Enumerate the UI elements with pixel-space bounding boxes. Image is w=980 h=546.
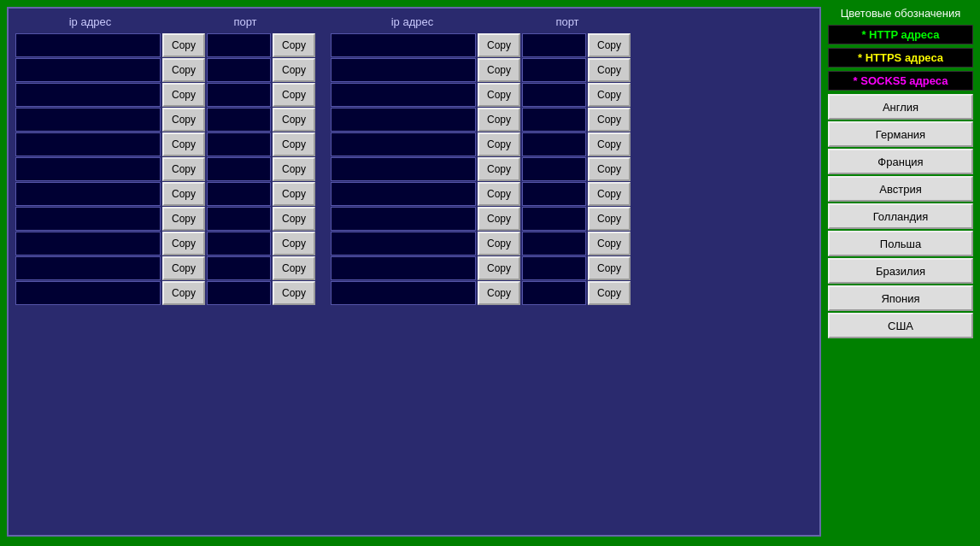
- ip-input-right-4[interactable]: [331, 132, 476, 156]
- copy-btn-port-right-7[interactable]: Copy: [588, 207, 631, 231]
- country-btn-8[interactable]: США: [828, 313, 973, 338]
- copy-btn-ip-right-2[interactable]: Copy: [478, 83, 520, 107]
- copy-btn-ip-right-6[interactable]: Copy: [478, 182, 520, 206]
- copy-btn-port-right-2[interactable]: Copy: [588, 83, 631, 107]
- copy-btn-port-left-2[interactable]: Copy: [273, 83, 315, 107]
- copy-btn-ip-right-1[interactable]: Copy: [478, 58, 520, 82]
- port-input-right-7[interactable]: [522, 207, 586, 231]
- ip-input-left-3[interactable]: [15, 108, 161, 132]
- copy-btn-ip-right-8[interactable]: Copy: [478, 232, 520, 255]
- copy-btn-port-left-3[interactable]: Copy: [273, 108, 315, 132]
- country-btn-0[interactable]: Англия: [828, 94, 973, 120]
- copy-btn-port-right-6[interactable]: Copy: [588, 182, 631, 206]
- main-panel: ip адрес порт ip адрес порт Copy Copy Co…: [7, 7, 821, 537]
- copy-btn-port-right-3[interactable]: Copy: [588, 108, 631, 132]
- ip-input-left-10[interactable]: [15, 281, 161, 305]
- ip-input-left-0[interactable]: [15, 33, 161, 57]
- port-input-left-10[interactable]: [207, 281, 271, 305]
- copy-btn-ip-left-3[interactable]: Copy: [162, 108, 205, 132]
- copy-btn-port-left-6[interactable]: Copy: [273, 182, 315, 206]
- copy-btn-ip-right-3[interactable]: Copy: [478, 108, 520, 132]
- ip-input-right-9[interactable]: [331, 256, 476, 280]
- copy-btn-ip-left-1[interactable]: Copy: [162, 58, 205, 82]
- port-input-right-0[interactable]: [522, 33, 586, 57]
- copy-btn-ip-right-9[interactable]: Copy: [478, 256, 520, 280]
- ip-input-left-8[interactable]: [15, 232, 161, 255]
- copy-btn-ip-right-10[interactable]: Copy: [478, 281, 520, 305]
- ip-input-right-10[interactable]: [331, 281, 476, 305]
- ip-input-right-0[interactable]: [331, 33, 476, 57]
- port-input-left-4[interactable]: [207, 132, 271, 156]
- ip-input-left-5[interactable]: [15, 157, 161, 181]
- port-input-right-1[interactable]: [522, 58, 586, 82]
- legend-https: * HTTPS адреса: [828, 48, 973, 68]
- ip-input-right-2[interactable]: [331, 83, 476, 107]
- port-input-right-6[interactable]: [522, 182, 586, 206]
- port-input-right-4[interactable]: [522, 132, 586, 156]
- ip-input-left-9[interactable]: [15, 256, 161, 280]
- copy-btn-port-right-9[interactable]: Copy: [588, 256, 631, 280]
- copy-btn-port-left-7[interactable]: Copy: [273, 207, 315, 231]
- port-input-left-7[interactable]: [207, 207, 271, 231]
- copy-btn-ip-left-9[interactable]: Copy: [162, 256, 205, 280]
- copy-btn-ip-left-7[interactable]: Copy: [162, 207, 205, 231]
- country-btn-6[interactable]: Бразилия: [828, 258, 973, 284]
- port-input-right-8[interactable]: [522, 232, 586, 255]
- copy-btn-port-right-10[interactable]: Copy: [588, 281, 631, 305]
- ip-input-left-4[interactable]: [15, 132, 161, 156]
- ip-input-right-1[interactable]: [331, 58, 476, 82]
- country-btn-7[interactable]: Япония: [828, 285, 973, 311]
- copy-btn-ip-right-7[interactable]: Copy: [478, 207, 520, 231]
- ip-input-right-7[interactable]: [331, 207, 476, 231]
- port-input-left-0[interactable]: [207, 33, 271, 57]
- ip-input-left-1[interactable]: [15, 58, 161, 82]
- copy-btn-port-left-10[interactable]: Copy: [273, 281, 315, 305]
- port-input-right-9[interactable]: [522, 256, 586, 280]
- port-input-left-2[interactable]: [207, 83, 271, 107]
- port-input-left-8[interactable]: [207, 232, 271, 255]
- col-port2-header: порт: [533, 15, 601, 28]
- copy-btn-ip-right-0[interactable]: Copy: [478, 33, 520, 57]
- port-input-left-1[interactable]: [207, 58, 271, 82]
- copy-btn-port-right-5[interactable]: Copy: [588, 157, 631, 181]
- ip-input-left-6[interactable]: [15, 182, 161, 206]
- copy-btn-port-left-9[interactable]: Copy: [273, 256, 315, 280]
- port-input-left-5[interactable]: [207, 157, 271, 181]
- port-input-right-3[interactable]: [522, 108, 586, 132]
- copy-btn-ip-right-5[interactable]: Copy: [478, 157, 520, 181]
- copy-btn-ip-left-2[interactable]: Copy: [162, 83, 205, 107]
- copy-btn-ip-left-0[interactable]: Copy: [162, 33, 205, 57]
- ip-input-right-3[interactable]: [331, 108, 476, 132]
- ip-input-right-6[interactable]: [331, 182, 476, 206]
- copy-btn-port-left-4[interactable]: Copy: [273, 132, 315, 156]
- copy-btn-ip-left-6[interactable]: Copy: [162, 182, 205, 206]
- copy-btn-port-right-8[interactable]: Copy: [588, 232, 631, 255]
- copy-btn-port-right-1[interactable]: Copy: [588, 58, 631, 82]
- ip-input-left-2[interactable]: [15, 83, 161, 107]
- copy-btn-ip-left-4[interactable]: Copy: [162, 132, 205, 156]
- port-input-right-2[interactable]: [522, 83, 586, 107]
- copy-btn-ip-left-8[interactable]: Copy: [162, 232, 205, 255]
- copy-btn-port-right-0[interactable]: Copy: [588, 33, 631, 57]
- country-btn-5[interactable]: Польша: [828, 231, 973, 256]
- country-btn-4[interactable]: Голландия: [828, 203, 973, 229]
- ip-input-right-5[interactable]: [331, 157, 476, 181]
- country-btn-3[interactable]: Австрия: [828, 176, 973, 202]
- country-btn-1[interactable]: Германия: [828, 121, 973, 147]
- ip-input-right-8[interactable]: [331, 232, 476, 255]
- copy-btn-ip-left-5[interactable]: Copy: [162, 157, 205, 181]
- port-input-left-6[interactable]: [207, 182, 271, 206]
- copy-btn-ip-left-10[interactable]: Copy: [162, 281, 205, 305]
- ip-input-left-7[interactable]: [15, 207, 161, 231]
- copy-btn-port-left-0[interactable]: Copy: [273, 33, 315, 57]
- port-input-left-9[interactable]: [207, 256, 271, 280]
- copy-btn-port-right-4[interactable]: Copy: [588, 132, 631, 156]
- copy-btn-port-left-5[interactable]: Copy: [273, 157, 315, 181]
- copy-btn-port-left-1[interactable]: Copy: [273, 58, 315, 82]
- port-input-left-3[interactable]: [207, 108, 271, 132]
- port-input-right-10[interactable]: [522, 281, 586, 305]
- port-input-right-5[interactable]: [522, 157, 586, 181]
- copy-btn-port-left-8[interactable]: Copy: [273, 232, 315, 255]
- copy-btn-ip-right-4[interactable]: Copy: [478, 132, 520, 156]
- country-btn-2[interactable]: Франция: [828, 149, 973, 174]
